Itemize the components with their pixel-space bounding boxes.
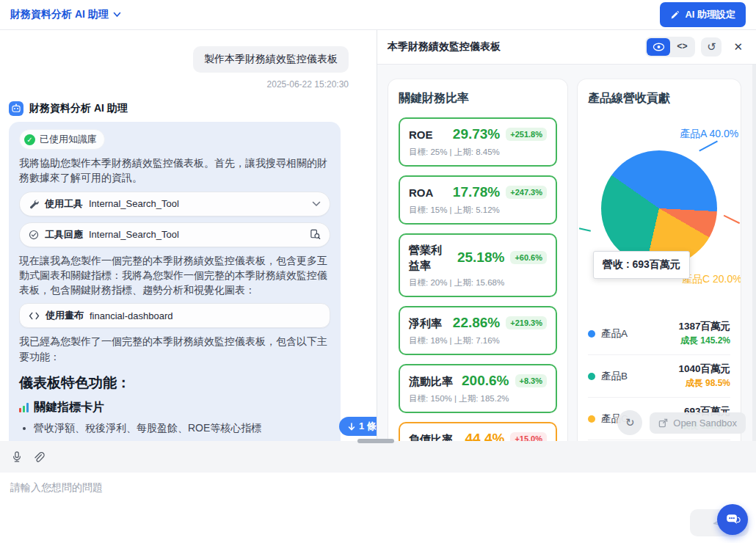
kpi-roe: ROE 29.73% +251.8% 目標: 25% | 上期: 8.45% [399,117,557,167]
arrow-down-icon [348,423,355,431]
message-timestamp: 2025-06-22 15:20:30 [9,79,349,90]
assistant-selector[interactable]: 財務資料分析 AI 助理 [10,8,121,21]
view-mode-toggle: <> [645,37,695,57]
chat-column: 製作本季財務績效監控儀表板 2025-06-22 15:20:30 財務資料分析… [0,30,377,441]
pie-leader-line [579,227,591,231]
preview-eye-button[interactable] [647,38,670,56]
refresh-icon: ↻ [625,416,635,429]
scroll-pill-label: 1 條 [359,420,377,433]
preview-title: 本季財務績效監控儀表板 [388,40,501,54]
delta-badge: +8.3% [515,374,548,387]
check-circle-icon [29,230,39,240]
microphone-button[interactable] [11,451,23,463]
legend-row-product-a: 產品A 1387百萬元 成長 145.2% [588,313,730,354]
external-link-icon [658,418,668,428]
tool-response-row[interactable]: 工具回應 Internal_Search_Tool [19,222,330,247]
delta-badge: +251.8% [506,128,547,141]
pie-label-product-c: 產品C 20.0% [682,273,741,286]
preview-body: 關鍵財務比率 ROE 29.73% +251.8% 目標: 25% | 上期: … [377,65,756,441]
feature-list: 營收淨額、稅後淨利、每股盈餘、ROE等核心指標 顯示年增率和趨勢方向 視覺化圖示… [19,420,330,441]
pie-tooltip: 營收 : 693百萬元 [593,251,690,279]
kpi-current-ratio: 流動比率 200.6% +8.3% 目標: 150% | 上期: 185.2% [399,364,557,413]
feature-item: 顯示年增率和趨勢方向 [34,440,330,441]
pie-leader-line [699,141,717,151]
microphone-icon [11,451,23,463]
kpi-operating-margin: 營業利益率 25.18% +60.6% 目標: 20% | 上期: 15.68% [399,233,557,297]
scroll-to-latest-button[interactable]: 1 條 [339,417,377,436]
assistant-name: 財務資料分析 AI 助理 [29,102,128,115]
legend-row-other: 其他 247百萬元 [588,440,730,441]
check-circle-icon: ✓ [24,134,35,145]
legend-dot [588,330,595,338]
feature-item: 營收淨額、稅後淨利、每股盈餘、ROE等核心指標 [34,420,330,435]
canvas-preview-panel: 本季財務績效監控儀表板 <> ↺ [377,30,756,441]
close-icon: ✕ [733,40,743,53]
robot-avatar-icon [9,101,23,116]
open-sandbox-label: Open Sandbox [673,418,737,429]
chat-bubble-icon [724,511,741,528]
pie-chart[interactable]: 產品A 40.0% 產品C 20.0% 營收 : 693百萬元 [588,117,730,313]
chevron-down-icon[interactable] [312,201,321,207]
app-window: 財務資料分析 AI 助理 AI 助理設定 製作本季財務績效監控儀表板 2025-… [0,0,756,543]
assistant-selector-label: 財務資料分析 AI 助理 [10,8,109,21]
delta-badge: +60.6% [510,251,547,264]
delta-badge: +15.0% [510,432,547,441]
chat-input[interactable]: 請輸入您想問的問題 [0,473,756,503]
feature-section-title: 關鍵指標卡片 [19,400,330,415]
kpi-debt-ratio: 負債比率 44.4% +15.0% [399,422,557,441]
preview-header: 本季財務績效監控儀表板 <> ↺ [377,30,756,65]
assistant-paragraph: 現在讓我為您製作一個完整的本季財務績效監控儀表板，包含更多互動式圖表和關鍵指標：… [19,253,330,298]
chat-fab-button[interactable] [717,504,748,535]
legend-dot [588,373,595,380]
wrench-icon [29,199,39,209]
input-toolbar [0,441,756,473]
delta-badge: +219.3% [506,316,547,329]
knowledge-base-badge: ✓ 已使用知識庫 [19,129,105,150]
product-revenue-card: 產品線營收貢獻 產品A 40.0% 產品C 20.0% 營收 : 693百萬元 … [578,79,741,441]
code-view-button[interactable]: <> [670,38,694,56]
tool-response-label: 工具回應 [45,228,83,241]
refresh-sandbox-button[interactable]: ↻ [617,410,642,435]
chevron-down-icon [113,12,121,18]
canvas-name: financial-dashboard [90,310,172,321]
assistant-paragraph: 我將協助您製作本季財務績效監控儀表板。首先，讓我搜尋相關的財務數據來了解可用的資… [19,156,330,186]
code-icon [29,312,40,320]
pie-label-product-a: 產品A 40.0% [680,128,738,141]
horizontal-scrollbar[interactable] [357,439,394,443]
ai-settings-button[interactable]: AI 助理設定 [660,2,746,27]
open-sandbox-button[interactable]: Open Sandbox [650,412,746,434]
kpi-roa: ROA 17.78% +247.3% 目標: 15% | 上期: 5.12% [399,175,557,225]
eye-icon [653,43,665,51]
bar-chart-icon [19,403,29,412]
close-panel-button[interactable]: ✕ [730,39,746,55]
search-result-icon[interactable] [310,229,321,240]
kpi-net-margin: 淨利率 22.86% +219.3% 目標: 18% | 上期: 7.16% [399,306,557,355]
knowledge-base-label: 已使用知識庫 [40,133,97,146]
top-bar: 財務資料分析 AI 助理 AI 助理設定 [0,0,756,30]
ai-settings-label: AI 助理設定 [685,8,735,21]
assistant-paragraph: 我已經為您製作了一個完整的本季財務績效監控儀表板，包含以下主要功能： [19,334,330,364]
user-message: 製作本季財務績效監控儀表板 [193,46,349,73]
tool-use-name: Internal_Search_Tool [89,198,179,209]
features-heading: 儀表板特色功能： [19,373,330,393]
delta-badge: +247.3% [506,186,547,199]
attach-file-button[interactable] [34,451,45,463]
pie-graphic[interactable] [601,150,717,266]
canvas-use-row[interactable]: 使用畫布 financial-dashboard [19,303,330,328]
pie-card-title: 產品線營收貢獻 [588,91,730,106]
tool-use-label: 使用工具 [45,197,83,211]
main-area: 製作本季財務績效監控儀表板 2025-06-22 15:20:30 財務資料分析… [0,30,756,441]
pencil-icon [670,10,680,20]
history-button[interactable]: ↺ [701,37,722,57]
panel-scrollbar[interactable] [752,65,756,441]
tool-use-row[interactable]: 使用工具 Internal_Search_Tool [19,192,330,216]
paperclip-icon [34,451,45,463]
ratios-card-title: 關鍵財務比率 [399,91,557,106]
canvas-use-label: 使用畫布 [46,309,84,322]
legend-row-product-b: 產品B 1040百萬元 成長 98.5% [588,354,730,397]
assistant-message: ✓ 已使用知識庫 我將協助您製作本季財務績效監控儀表板。首先，讓我搜尋相關的財務… [9,122,341,441]
history-icon: ↺ [707,40,716,54]
tool-response-name: Internal_Search_Tool [89,229,179,240]
assistant-header: 財務資料分析 AI 助理 [9,101,368,116]
pie-leader-line [724,215,740,224]
